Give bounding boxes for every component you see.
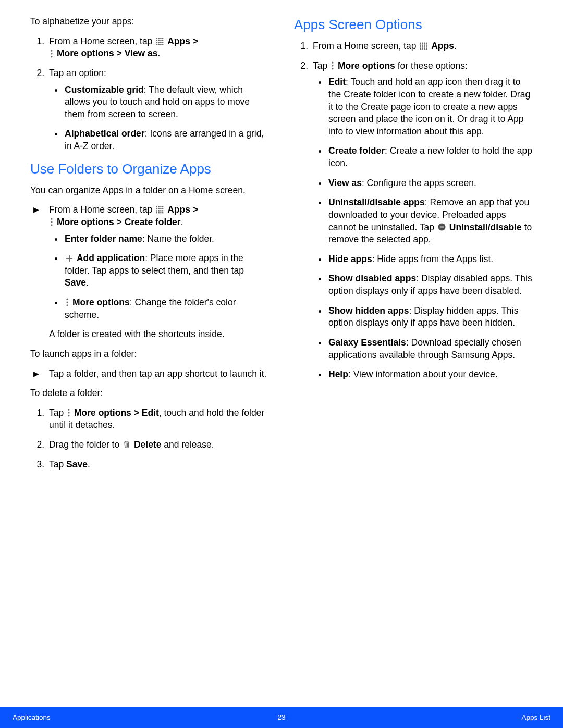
alphabetize-steps: From a Home screen, tap Apps > More opti… xyxy=(30,35,269,153)
folder-more-options: More options: Change the folder's color … xyxy=(64,297,269,321)
more-options-icon xyxy=(331,61,334,70)
trash-icon xyxy=(123,440,130,449)
minus-circle-icon xyxy=(438,223,446,231)
footer-section: Applications xyxy=(13,713,51,722)
opt-help: Help: View information about your device… xyxy=(327,368,533,381)
more-options-icon xyxy=(50,218,53,226)
apps-grid-icon xyxy=(420,42,427,50)
folder-created-note: A folder is created with the shortcuts i… xyxy=(49,328,269,341)
create-folder-step: From a Home screen, tap Apps > More opti… xyxy=(30,204,269,341)
delete-step-3: Tap Save. xyxy=(47,459,269,471)
r-step-1: From a Home screen, tap Apps. xyxy=(311,40,533,53)
right-column: Apps Screen Options From a Home screen, … xyxy=(294,16,533,478)
step-1: From a Home screen, tap Apps > More opti… xyxy=(47,35,269,60)
step-2: Tap an option: Customizable grid: The de… xyxy=(47,67,269,153)
heading-use-folders: Use Folders to Organize Apps xyxy=(30,160,269,178)
delete-step-1: Tap More options > Edit, touch and hold … xyxy=(47,407,269,431)
opt-alphabetical: Alphabetical order: Icons are arranged i… xyxy=(64,128,269,152)
delete-step-2: Drag the folder to Delete and release. xyxy=(47,439,269,451)
delete-steps: Tap More options > Edit, touch and hold … xyxy=(30,407,269,471)
folders-intro: You can organize Apps in a folder on a H… xyxy=(30,184,269,197)
delete-intro: To delete a folder: xyxy=(30,387,269,400)
opt-view-as: View as: Configure the apps screen. xyxy=(327,177,533,190)
plus-icon xyxy=(66,255,73,262)
folder-add-app: Add application: Place more apps in the … xyxy=(64,252,269,289)
apps-grid-icon xyxy=(156,38,164,45)
alphabetize-intro: To alphabetize your apps: xyxy=(30,16,269,28)
page-footer: Applications 23 Apps List xyxy=(0,707,563,728)
more-options-icon xyxy=(67,409,70,417)
opt-galaxy-essentials: Galaxy Essentials: Download specially ch… xyxy=(327,337,533,361)
apps-grid-icon xyxy=(156,206,164,214)
r-step-2: Tap More options for these options: Edit… xyxy=(311,60,533,381)
opt-create-folder: Create folder: Create a new folder to ho… xyxy=(327,145,533,169)
footer-page-number: 23 xyxy=(277,713,285,722)
heading-apps-screen-options: Apps Screen Options xyxy=(294,16,533,34)
more-options-icon xyxy=(66,298,69,306)
folder-name: Enter folder name: Name the folder. xyxy=(64,233,269,245)
apps-options-steps: From a Home screen, tap Apps. Tap More o… xyxy=(294,40,533,381)
left-column: To alphabetize your apps: From a Home sc… xyxy=(30,16,269,478)
opt-edit: Edit: Touch and hold an app icon then dr… xyxy=(327,76,533,138)
opt-uninstall: Uninstall/disable apps: Remove an app th… xyxy=(327,196,533,246)
opt-show-hidden: Show hidden apps: Display hidden apps. T… xyxy=(327,305,533,329)
opt-hide-apps: Hide apps: Hide apps from the Apps list. xyxy=(327,253,533,266)
footer-subsection: Apps List xyxy=(521,713,550,722)
opt-show-disabled: Show disabled apps: Display disabled app… xyxy=(327,273,533,297)
launch-step: Tap a folder, and then tap an app shortc… xyxy=(30,368,269,380)
launch-intro: To launch apps in a folder: xyxy=(30,348,269,361)
more-options-icon xyxy=(50,50,53,58)
opt-customizable-grid: Customizable grid: The default view, whi… xyxy=(64,84,269,121)
